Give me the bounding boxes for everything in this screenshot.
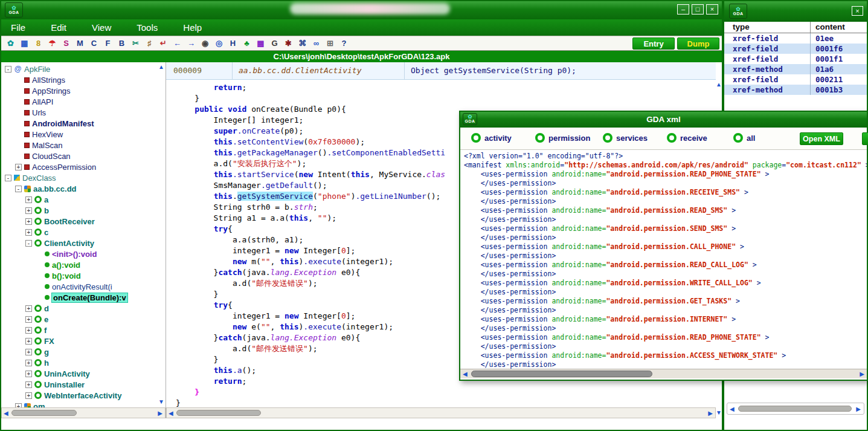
- tree-item[interactable]: +FX: [1, 335, 157, 346]
- tree-item[interactable]: AllStrings: [1, 74, 157, 85]
- tree-expander[interactable]: -: [5, 175, 11, 181]
- tree-expander[interactable]: -: [25, 240, 32, 247]
- grid-hash-icon[interactable]: ♯: [143, 37, 156, 50]
- menu-help[interactable]: Help: [183, 22, 202, 33]
- tree-item[interactable]: +f: [1, 325, 157, 335]
- tree-item[interactable]: MalScan: [1, 140, 157, 151]
- tree-item[interactable]: +a: [1, 194, 157, 205]
- tree-expander[interactable]: +: [25, 316, 32, 323]
- main-titlebar[interactable]: ✿ GDA – □ ×: [1, 1, 722, 19]
- tree-item[interactable]: +b: [1, 205, 157, 216]
- menu-file[interactable]: File: [11, 22, 25, 33]
- xref-row[interactable]: xref-field000211: [724, 74, 867, 85]
- blocks-icon[interactable]: ▩: [254, 37, 268, 50]
- back-icon[interactable]: ←: [170, 37, 184, 50]
- dump-button[interactable]: Dump: [677, 37, 719, 50]
- tree-item[interactable]: AllAPI: [1, 96, 157, 107]
- tree-item[interactable]: -ClientActivity: [1, 238, 157, 248]
- tree-scroll-right-icon[interactable]: ▶: [158, 410, 162, 416]
- menu-edit[interactable]: Edit: [51, 22, 66, 33]
- tree-item[interactable]: AndroidManifest: [1, 118, 157, 129]
- manifest-xml-view[interactable]: <?xml version="1.0" encoding="utf-8"?><m…: [460, 150, 867, 369]
- entry-button[interactable]: Entry: [632, 37, 675, 50]
- tree-item[interactable]: AppStrings: [1, 85, 157, 96]
- bug-icon[interactable]: ✱: [281, 37, 295, 50]
- xref-hscroll[interactable]: ◀ ▶: [727, 403, 864, 415]
- code-scroll-up-icon[interactable]: ▲: [716, 82, 722, 88]
- tree-item[interactable]: +g: [1, 346, 157, 357]
- radio-all[interactable]: all: [733, 133, 755, 143]
- xml-hscroll[interactable]: ◀ ▶: [460, 369, 867, 378]
- open-xml-button[interactable]: Open XML: [800, 132, 843, 145]
- tree-item[interactable]: +Uninstaller: [1, 379, 157, 390]
- xref-hscroll-thumb[interactable]: [738, 406, 852, 412]
- search-icon[interactable]: ◎: [212, 37, 226, 50]
- tree-expander[interactable]: +: [25, 327, 32, 334]
- gif-icon[interactable]: G: [268, 37, 281, 50]
- tree-item[interactable]: CloudScan: [1, 151, 157, 161]
- save-icon[interactable]: ▦: [18, 37, 31, 50]
- xref-scroll-right-icon[interactable]: ▶: [856, 406, 861, 412]
- tree-scroll-up-icon[interactable]: ▲: [158, 64, 164, 70]
- tree-expander[interactable]: +: [25, 381, 32, 388]
- strings-icon[interactable]: S: [59, 37, 73, 50]
- tools-icon[interactable]: ✂: [129, 37, 143, 50]
- code-scroll-down-icon[interactable]: ▼: [716, 410, 722, 416]
- dashboard-icon[interactable]: ⊞: [323, 37, 337, 50]
- tree-item[interactable]: Urls: [1, 107, 157, 118]
- tree-expander[interactable]: +: [25, 349, 32, 355]
- tree-expander[interactable]: +: [25, 305, 32, 312]
- tree-expander[interactable]: +: [25, 207, 32, 214]
- tree-item[interactable]: -@ApkFile: [1, 63, 157, 74]
- tree-expander[interactable]: +: [25, 196, 32, 203]
- help-icon[interactable]: ?: [337, 37, 351, 50]
- partial-button[interactable]: [862, 132, 868, 145]
- tree-item[interactable]: +om: [1, 401, 157, 407]
- xref-row[interactable]: xref-field01ee: [724, 33, 867, 44]
- umbrella-icon[interactable]: ☂: [45, 37, 59, 50]
- class-tree-pane[interactable]: -@ApkFileAllStringsAppStringsAllAPIUrlsA…: [1, 62, 157, 407]
- tree-expander[interactable]: +: [15, 164, 22, 170]
- xref-row[interactable]: xref-method01a6: [724, 64, 867, 74]
- tree-item[interactable]: onActivityResult(i: [1, 281, 157, 292]
- xref-row[interactable]: xref-method0001b3: [724, 85, 867, 95]
- tree-item[interactable]: +BootReceiver: [1, 216, 157, 227]
- tree-hscroll-thumb[interactable]: [11, 410, 77, 416]
- tree-expander[interactable]: -: [5, 66, 11, 73]
- code-hscroll-thumb[interactable]: [176, 410, 261, 416]
- tree-expander[interactable]: -: [15, 186, 22, 192]
- radio-activity[interactable]: activity: [471, 133, 512, 143]
- tree-expander[interactable]: +: [15, 403, 22, 408]
- tree-scroll-down-icon[interactable]: ▼: [158, 399, 164, 405]
- tree-item[interactable]: onCreate(Bundle):v: [1, 292, 157, 303]
- infinity-icon[interactable]: ∞: [309, 37, 323, 50]
- class-icon[interactable]: C: [87, 37, 101, 50]
- xref-scroll-left-icon[interactable]: ◀: [730, 406, 735, 412]
- code-hscroll[interactable]: ◀ ▶: [166, 407, 716, 418]
- tree-item[interactable]: +AccessPermission: [1, 161, 157, 172]
- api-tree-icon[interactable]: ♣: [240, 37, 254, 50]
- camera-icon[interactable]: ◉: [198, 37, 212, 50]
- xml-scroll-left-icon[interactable]: ◀: [463, 371, 468, 377]
- code-scroll-left-icon[interactable]: ◀: [169, 410, 173, 416]
- tree-expander[interactable]: +: [25, 229, 32, 236]
- tree-scroll-left-icon[interactable]: ◀: [4, 410, 8, 416]
- xref-close-button[interactable]: ×: [852, 6, 863, 16]
- tree-expander[interactable]: +: [25, 338, 32, 345]
- tree-vscroll[interactable]: ▲ ▼: [157, 62, 166, 407]
- tree-item[interactable]: +c: [1, 227, 157, 238]
- tree-expander[interactable]: +: [25, 360, 32, 366]
- tree-item[interactable]: +e: [1, 314, 157, 325]
- tree-item[interactable]: +d: [1, 303, 157, 314]
- xref-row[interactable]: xref-field0001f6: [724, 44, 867, 54]
- xref-row[interactable]: xref-field0001f1: [724, 54, 867, 64]
- tree-item[interactable]: -DexClass: [1, 172, 157, 183]
- code-scroll-right-icon[interactable]: ▶: [708, 410, 713, 416]
- tree-expander[interactable]: +: [25, 371, 32, 377]
- tree-item[interactable]: +h: [1, 357, 157, 368]
- tree-item[interactable]: <init>():void: [1, 248, 157, 259]
- tree-item[interactable]: b():void: [1, 270, 157, 281]
- hex-view-icon[interactable]: H: [226, 37, 240, 50]
- radio-receive[interactable]: receive: [667, 133, 707, 143]
- tree-item[interactable]: HexView: [1, 129, 157, 140]
